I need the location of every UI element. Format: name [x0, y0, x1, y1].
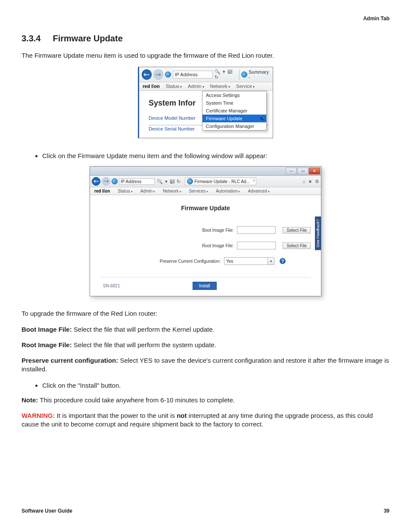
section-heading: 3.3.4Firmware Update	[22, 34, 389, 44]
dropdown-configuration-manager[interactable]: Configuration Manager	[202, 122, 266, 130]
favorites-icon[interactable]: ★	[308, 179, 312, 184]
note-paragraph: Note: This procedure could take anywhere…	[22, 396, 389, 404]
preserve-config-paragraph: Preserve current configuration: Select Y…	[22, 356, 389, 374]
admin-dropdown: Access Settings System Time Certificate …	[202, 91, 267, 131]
upgrade-intro: To upgrade the firmware of the Red Lion …	[22, 309, 389, 318]
dropdown-firmware-update[interactable]: Firmware Update	[202, 115, 266, 122]
home-icon[interactable]: ⌂	[302, 179, 305, 184]
menu-network[interactable]: Network	[163, 189, 181, 193]
help-icon[interactable]: ?	[280, 258, 286, 264]
boot-image-label-text: Boot Image File:	[22, 326, 72, 333]
install-button[interactable]: Install	[193, 282, 217, 290]
warning-label: WARNING:	[22, 412, 55, 419]
tab-label: Firmware Update - RLC Ad...	[194, 179, 249, 184]
root-image-paragraph: Root Image File: Select the file that wi…	[22, 341, 389, 349]
back-arrow-icon[interactable]: 🡐	[92, 177, 100, 186]
address-field[interactable]: IP Address	[173, 71, 213, 78]
window-close-button[interactable]: ✕	[309, 168, 320, 174]
bullet-click-install: Click on the "Install" button.	[42, 381, 389, 390]
menu-status[interactable]: Status	[118, 189, 132, 193]
ie-icon	[112, 178, 118, 184]
model-number-text: SN-6821	[103, 283, 120, 288]
footer-page-number: 39	[384, 508, 389, 514]
tab-ie-icon	[187, 178, 193, 184]
tab-ie-icon	[241, 72, 247, 78]
firmware-page-title: Firmware Update	[100, 205, 311, 212]
warning-not: not	[177, 412, 187, 419]
ie-icon	[165, 72, 171, 78]
window-minimize-button[interactable]: —	[286, 168, 297, 174]
app-menubar-2: red li͘on Status Admin Network Services …	[90, 187, 321, 195]
address-bar-2: 🡐 🡒 IP Address 🔍 ▾ 🗟 ↻ Firmware Update -…	[90, 176, 321, 187]
figure-admin-dropdown: 🡐 🡒 IP Address 🔍 ▾ 🗟 ↻ Summary - red li͘…	[138, 67, 273, 138]
section-number: 3.3.4	[22, 34, 40, 44]
menu-automation[interactable]: Automation	[216, 189, 240, 193]
boot-image-label: Boot Image File:	[100, 228, 234, 233]
browser-tab[interactable]: Firmware Update - RLC Ad... ×	[185, 177, 256, 185]
root-select-file-button[interactable]: Select File	[283, 243, 311, 249]
cursor-icon: ↖	[259, 115, 266, 123]
tab-label: Summary -	[249, 69, 270, 80]
menu-admin[interactable]: Admin	[140, 189, 155, 193]
root-image-label: Root Image File:	[100, 243, 234, 248]
tab-close-icon[interactable]: ×	[252, 178, 255, 183]
menu-network[interactable]: Network	[210, 84, 230, 89]
brand-logo: red li͘on	[143, 84, 160, 89]
intro-paragraph: The Firmware Update menu item is used to…	[22, 51, 389, 60]
window-titlebar: — ▭ ✕	[90, 167, 321, 176]
section-title-text: Firmware Update	[53, 34, 122, 43]
dropdown-access-settings[interactable]: Access Settings	[202, 91, 266, 99]
address-bar: 🡐 🡒 IP Address 🔍 ▾ 🗟 ↻ Summary -	[139, 67, 273, 82]
preserve-config-label: Preserve Current Configuration:	[100, 259, 221, 264]
boot-image-paragraph: Boot Image File: Select the file that wi…	[22, 325, 389, 334]
forward-arrow-icon[interactable]: 🡒	[102, 177, 110, 186]
chevron-down-icon[interactable]: ▾	[268, 257, 274, 265]
browser-tab[interactable]: Summary -	[239, 69, 270, 80]
menu-status[interactable]: Status	[166, 84, 182, 89]
feedback-tab[interactable]: Give Feedback?	[315, 217, 321, 250]
menu-admin[interactable]: Admin	[188, 84, 204, 89]
address-icons[interactable]: 🔍 ▾ 🗟 ↻	[157, 179, 181, 184]
app-menubar: red li͘on Status Admin Network Service	[139, 82, 273, 91]
back-arrow-icon[interactable]: 🡐	[142, 69, 152, 80]
header-tab: Admin Tab	[22, 16, 389, 22]
menu-service[interactable]: Service	[236, 84, 255, 89]
window-maximize-button[interactable]: ▭	[297, 168, 308, 174]
bullet-click-firmware: Click on the Firmware Update menu item a…	[42, 151, 389, 160]
boot-image-field[interactable]	[237, 226, 276, 234]
figure-firmware-update-page: — ▭ ✕ 🡐 🡒 IP Address 🔍 ▾ 🗟 ↻ Firmware Up…	[90, 166, 321, 296]
note-label: Note:	[22, 396, 38, 404]
root-image-label-text: Root Image File:	[22, 341, 72, 348]
brand-logo: red li͘on	[94, 189, 110, 193]
warning-paragraph: WARNING: It is important that the power …	[22, 411, 389, 429]
preserve-config-select[interactable]: Yes	[224, 257, 268, 265]
dropdown-system-time[interactable]: System Time	[202, 99, 266, 107]
page-footer: Software User Guide 39	[22, 508, 389, 514]
forward-arrow-icon[interactable]: 🡒	[153, 69, 163, 80]
root-image-field[interactable]	[237, 242, 276, 249]
boot-select-file-button[interactable]: Select File	[283, 227, 311, 233]
footer-left: Software User Guide	[22, 508, 72, 514]
address-field[interactable]: IP Address	[119, 178, 155, 185]
tools-icon[interactable]: ⚙	[315, 179, 319, 184]
menu-advanced[interactable]: Advanced	[248, 189, 269, 193]
menu-services[interactable]: Services	[189, 189, 208, 193]
address-icons[interactable]: 🔍 ▾ 🗟 ↻	[215, 69, 237, 80]
preserve-config-label-text: Preserve current configuration:	[22, 357, 118, 364]
dropdown-certificate-manager[interactable]: Certificate Manager	[202, 107, 266, 115]
